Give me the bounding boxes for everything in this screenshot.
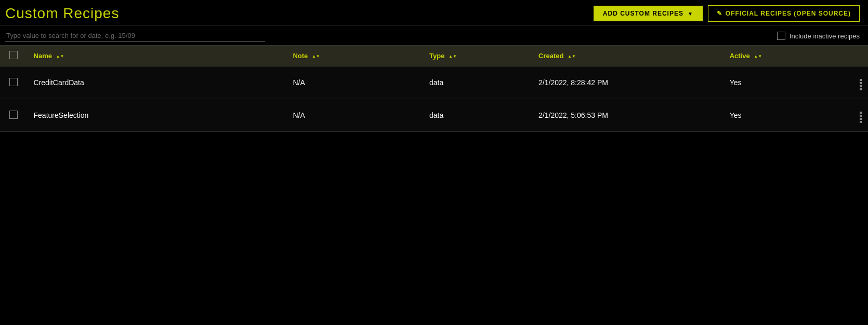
table-row: FeatureSelection N/A data 2/1/2022, 5:06…: [0, 99, 868, 132]
recipes-table-container: Name ▲▼ Note ▲▼ Type ▲▼ Created ▲▼ Activ…: [0, 46, 868, 132]
note-sort-icon: ▲▼: [312, 55, 320, 59]
active-sort-icon: ▲▼: [754, 55, 762, 59]
official-recipes-label: OFFICIAL RECIPES (OPEN SOURCE): [726, 10, 851, 17]
row-note-1: N/A: [286, 99, 423, 132]
table-row: CreditCardData N/A data 2/1/2022, 8:28:4…: [0, 66, 868, 99]
header-buttons: ADD CUSTOM RECIPES ▼ ✎ OFFICIAL RECIPES …: [594, 5, 860, 22]
row-note-0: N/A: [286, 66, 423, 99]
col-header-name[interactable]: Name ▲▼: [28, 46, 287, 66]
col-header-actions: [846, 46, 868, 66]
row-name-0: CreditCardData: [28, 66, 287, 99]
row-actions-0[interactable]: [846, 66, 868, 99]
created-sort-icon: ▲▼: [568, 55, 576, 59]
page-header: Custom Recipes ADD CUSTOM RECIPES ▼ ✎ OF…: [0, 0, 868, 25]
row-active-1: Yes: [724, 99, 846, 132]
pencil-icon: ✎: [717, 10, 722, 17]
select-all-checkbox[interactable]: [9, 51, 18, 59]
col-name-label: Name: [34, 52, 52, 60]
row-checkbox-cell[interactable]: [0, 99, 28, 132]
row-checkbox-1[interactable]: [9, 111, 18, 119]
row-active-0: Yes: [724, 66, 846, 99]
add-custom-recipes-button[interactable]: ADD CUSTOM RECIPES ▼: [594, 6, 703, 21]
col-header-note[interactable]: Note ▲▼: [286, 46, 423, 66]
search-input[interactable]: [5, 30, 265, 42]
row-name-1: FeatureSelection: [28, 99, 287, 132]
recipes-table: Name ▲▼ Note ▲▼ Type ▲▼ Created ▲▼ Activ…: [0, 46, 868, 132]
col-note-label: Note: [293, 52, 308, 60]
col-header-created[interactable]: Created ▲▼: [532, 46, 724, 66]
table-header-row: Name ▲▼ Note ▲▼ Type ▲▼ Created ▲▼ Activ…: [0, 46, 868, 66]
include-inactive-checkbox[interactable]: [777, 32, 785, 40]
name-sort-icon: ▲▼: [56, 55, 64, 59]
row-created-1: 2/1/2022, 5:06:53 PM: [532, 99, 724, 132]
type-sort-icon: ▲▼: [449, 55, 457, 59]
col-header-type[interactable]: Type ▲▼: [423, 46, 532, 66]
row-context-menu-icon-0[interactable]: [858, 78, 864, 91]
include-inactive-label: Include inactive recipes: [790, 32, 860, 40]
row-type-0: data: [423, 66, 532, 99]
row-context-menu-icon-1[interactable]: [858, 111, 864, 124]
select-all-checkbox-cell[interactable]: [0, 46, 28, 66]
row-checkbox-0[interactable]: [9, 78, 18, 86]
col-header-active[interactable]: Active ▲▼: [724, 46, 846, 66]
col-active-label: Active: [730, 52, 750, 60]
include-inactive-container: Include inactive recipes: [777, 32, 860, 40]
add-custom-label: ADD CUSTOM RECIPES: [603, 10, 683, 17]
row-created-0: 2/1/2022, 8:28:42 PM: [532, 66, 724, 99]
row-actions-1[interactable]: [846, 99, 868, 132]
official-recipes-button[interactable]: ✎ OFFICIAL RECIPES (OPEN SOURCE): [708, 5, 860, 22]
toolbar: Include inactive recipes: [0, 25, 868, 46]
row-checkbox-cell[interactable]: [0, 66, 28, 99]
page-title: Custom Recipes: [5, 5, 119, 22]
empty-area: [0, 132, 868, 308]
row-type-1: data: [423, 99, 532, 132]
col-type-label: Type: [429, 52, 444, 60]
chevron-down-icon: ▼: [688, 11, 693, 17]
col-created-label: Created: [538, 52, 563, 60]
